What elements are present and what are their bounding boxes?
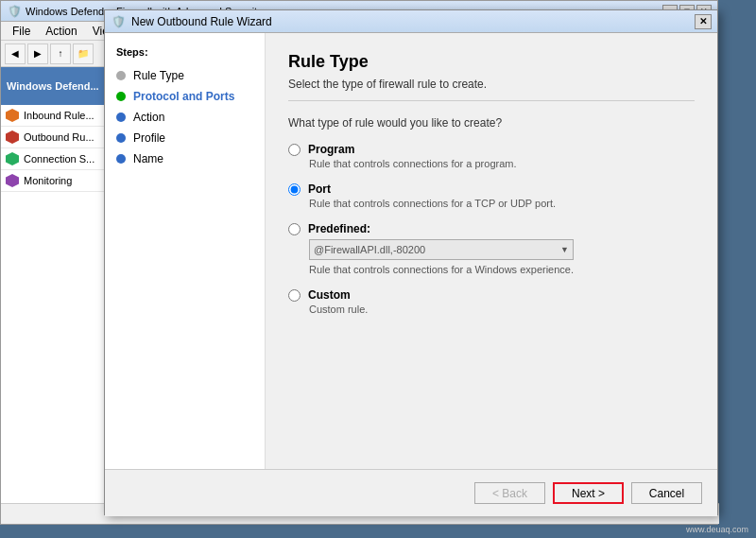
dialog-close-button[interactable]: ✕	[695, 14, 712, 29]
sidebar-item-outbound[interactable]: Outbound Ru...	[1, 127, 109, 148]
panel-subtitle: Select the type of firewall rule to crea…	[288, 78, 695, 101]
main-window-icon: 🛡️	[7, 4, 22, 19]
sidebar-item-connection-label: Connection S...	[24, 153, 94, 165]
step-action-label: Action	[133, 111, 164, 124]
menu-file[interactable]: File	[5, 23, 38, 40]
dropdown-arrow-icon: ▼	[560, 245, 569, 254]
steps-panel: Steps: Rule Type Protocol and Ports Acti…	[105, 33, 266, 469]
predefined-dropdown-container: @FirewallAPI.dll,-80200 ▼	[309, 239, 695, 260]
radio-option-custom: Custom Custom rule.	[288, 288, 695, 315]
panel-title: Rule Type	[288, 52, 695, 72]
predefined-dropdown[interactable]: @FirewallAPI.dll,-80200 ▼	[309, 239, 574, 260]
radio-row-custom: Custom	[288, 288, 695, 302]
radio-port[interactable]	[288, 183, 301, 196]
radio-option-port: Port Rule that controls connections for …	[288, 182, 695, 209]
radio-predefined-label[interactable]: Predefined:	[308, 222, 370, 235]
radio-program[interactable]	[288, 144, 301, 156]
radio-predefined-desc: Rule that controls connections for a Win…	[309, 264, 695, 275]
step-rule-type-label: Rule Type	[133, 69, 184, 82]
radio-row-program: Program	[288, 143, 695, 156]
panel-question: What type of rule would you like to crea…	[288, 116, 695, 130]
step-dot-protocol	[116, 92, 126, 101]
dialog-titlebar: 🛡️ New Outbound Rule Wizard ✕	[105, 10, 717, 33]
radio-program-desc: Rule that controls connections for a pro…	[309, 158, 695, 169]
predefined-dropdown-value: @FirewallAPI.dll,-80200	[314, 244, 425, 255]
menu-action[interactable]: Action	[38, 23, 84, 40]
radio-custom-desc: Custom rule.	[309, 304, 695, 315]
sidebar: Windows Defend... Inbound Rule... Outbou…	[1, 67, 110, 505]
step-protocol-ports[interactable]: Protocol and Ports	[105, 86, 265, 107]
watermark: www.deuaq.com	[686, 525, 748, 534]
radio-option-predefined: Predefined: @FirewallAPI.dll,-80200 ▼ Ru…	[288, 222, 695, 275]
browse-toolbar-button[interactable]: 📁	[73, 43, 94, 64]
sidebar-item-monitoring-label: Monitoring	[24, 175, 72, 186]
wizard-dialog: 🛡️ New Outbound Rule Wizard ✕ Steps: Rul…	[104, 9, 718, 515]
dialog-footer: < Back Next > Cancel	[105, 469, 717, 516]
radio-predefined[interactable]	[288, 223, 301, 235]
monitoring-icon	[5, 173, 20, 188]
back-toolbar-button[interactable]: ◀	[5, 43, 26, 64]
back-button[interactable]: < Back	[474, 482, 545, 504]
radio-row-predefined: Predefined:	[288, 222, 695, 235]
step-protocol-label: Protocol and Ports	[133, 90, 234, 103]
cancel-button[interactable]: Cancel	[631, 482, 702, 504]
step-profile-label: Profile	[133, 131, 165, 145]
step-dot-action	[116, 113, 126, 122]
radio-custom-label[interactable]: Custom	[308, 288, 351, 302]
dialog-title: New Outbound Rule Wizard	[131, 15, 695, 28]
step-rule-type[interactable]: Rule Type	[105, 65, 265, 86]
step-dot-name	[116, 154, 126, 164]
step-name[interactable]: Name	[105, 148, 265, 169]
radio-option-program: Program Rule that controls connections f…	[288, 143, 695, 169]
forward-toolbar-button[interactable]: ▶	[27, 43, 48, 64]
sidebar-item-monitoring[interactable]: Monitoring	[1, 170, 109, 192]
connection-security-icon	[5, 151, 20, 166]
outbound-rule-icon	[5, 130, 20, 145]
step-profile[interactable]: Profile	[105, 128, 265, 148]
step-action[interactable]: Action	[105, 107, 265, 128]
sidebar-header-text: Windows Defend...	[7, 80, 99, 92]
step-name-label: Name	[133, 152, 163, 165]
radio-row-port: Port	[288, 182, 695, 196]
next-button[interactable]: Next >	[553, 482, 624, 504]
inbound-rule-icon	[5, 108, 20, 123]
steps-title: Steps:	[105, 43, 265, 65]
up-toolbar-button[interactable]: ↑	[50, 43, 71, 64]
sidebar-item-outbound-label: Outbound Ru...	[24, 131, 94, 143]
radio-port-desc: Rule that controls connections for a TCP…	[309, 198, 695, 209]
sidebar-item-connection[interactable]: Connection S...	[1, 148, 109, 170]
step-dot-rule-type	[116, 71, 126, 80]
step-dot-profile	[116, 133, 126, 143]
sidebar-header: Windows Defend...	[1, 67, 109, 105]
radio-program-label[interactable]: Program	[308, 143, 354, 156]
radio-port-label[interactable]: Port	[308, 182, 331, 196]
sidebar-item-inbound-label: Inbound Rule...	[24, 110, 94, 121]
radio-custom[interactable]	[288, 289, 301, 302]
wizard-main-panel: Rule Type Select the type of firewall ru…	[266, 33, 717, 469]
dialog-icon: 🛡️	[111, 14, 126, 29]
dialog-body: Steps: Rule Type Protocol and Ports Acti…	[105, 33, 717, 469]
sidebar-item-inbound[interactable]: Inbound Rule...	[1, 105, 109, 127]
